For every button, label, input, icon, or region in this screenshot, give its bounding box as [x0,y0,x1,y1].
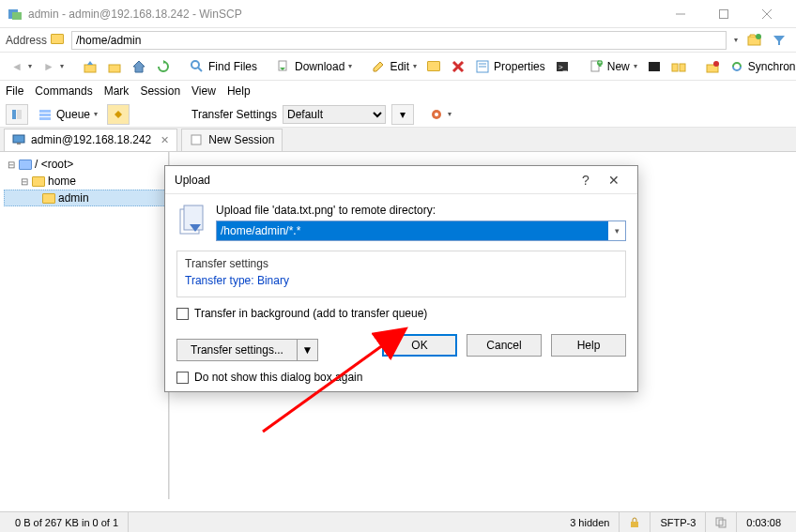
status-copy-icon [706,512,737,532]
new-session-tab[interactable]: New Session [181,129,283,151]
dont-show-row[interactable]: Do not show this dialog box again [176,371,626,384]
compare-button[interactable] [667,55,690,78]
transfer-settings-label: Transfer Settings [191,108,277,121]
svg-rect-35 [13,135,24,143]
combo-dropdown-icon[interactable]: ▾ [608,226,625,236]
address-dropdown[interactable]: ▾ [730,29,742,52]
refresh-button[interactable] [152,55,175,78]
dialog-close-icon[interactable]: ✕ [600,173,628,188]
help-button[interactable]: Help [551,334,626,357]
tree-home-label: home [48,175,76,188]
synchronize-button[interactable]: Synchronize [726,55,796,78]
menu-file[interactable]: File [6,84,23,98]
svg-line-11 [198,68,202,71]
properties-label: Properties [494,60,545,73]
svg-rect-25 [680,64,685,71]
tree-home[interactable]: ⊟ home [2,173,166,190]
main-toolbar: ◄▾ ►▾ Find Files Download▾ Edit▾ Propert… [0,53,796,81]
delete-button[interactable] [447,55,469,78]
preferences-button[interactable]: ▾ [425,103,455,126]
app-icon [8,7,23,22]
download-button[interactable]: Download▾ [272,55,356,78]
close-tab-icon[interactable]: ✕ [161,134,169,146]
transfer-settings-dropdown[interactable]: ▼ [298,339,318,361]
minimize-button[interactable] [659,0,702,28]
menu-commands[interactable]: Commands [35,84,92,98]
svg-point-27 [713,61,719,67]
toggle-tree-button[interactable] [6,104,28,125]
session-tab-active[interactable]: admin@192.168.18.242 ✕ [4,129,177,151]
dialog-titlebar: Upload ? ✕ [165,166,637,194]
dont-show-label: Do not show this dialog box again [194,371,362,384]
close-button[interactable] [745,0,788,28]
remote-tree[interactable]: ⊟ / <root> ⊟ home admin [0,152,169,499]
svg-rect-37 [191,135,201,144]
back-button[interactable]: ◄▾ [6,55,36,78]
find-files-button[interactable]: Find Files [186,55,261,78]
addressbar: Address /home/admin ▾ [0,28,796,53]
svg-rect-29 [17,110,22,119]
background-checkbox-row[interactable]: Transfer in background (add to transfer … [176,307,626,320]
properties-button[interactable]: Properties [471,55,549,78]
remote-path-value: /home/admin/*.* [217,221,608,240]
menu-view[interactable]: View [191,84,216,98]
tree-admin[interactable]: admin [4,190,166,206]
svg-point-7 [756,34,761,39]
svg-point-34 [435,113,438,116]
svg-point-10 [191,61,199,68]
transfer-settings-menu[interactable]: ▾ [391,104,414,125]
folder-icon [42,193,55,204]
transfer-mode-button[interactable] [107,104,130,125]
svg-rect-32 [39,117,51,120]
root-dir-button[interactable] [103,55,126,78]
console-button[interactable] [643,55,666,78]
folder-icon [51,34,64,47]
parent-dir-button[interactable] [79,55,101,78]
status-time: 0:03:08 [737,512,790,532]
svg-rect-1 [12,12,22,20]
sync-dirs-button[interactable] [701,55,724,78]
svg-rect-8 [84,65,96,72]
upload-icon [176,204,207,241]
menu-mark[interactable]: Mark [104,84,130,98]
window-title: admin - admin@192.168.18.242 - WinSCP [28,8,659,21]
ok-button[interactable]: OK [382,334,457,357]
menu-help[interactable]: Help [227,84,251,98]
cancel-button[interactable]: Cancel [467,334,542,357]
transfer-settings-box: Transfer settings Transfer type: Binary [176,251,626,297]
edit-button[interactable]: Edit▾ [367,55,421,78]
address-input[interactable]: /home/admin [71,31,727,50]
svg-rect-9 [109,65,120,72]
new-session-icon [190,133,203,146]
queue-toolbar: Queue▾ Transfer Settings Default ▾ ▾ [0,101,796,128]
new-button[interactable]: +New▾ [585,55,641,78]
new-session-label: New Session [208,133,274,146]
terminal-button[interactable]: >_ [551,55,574,78]
maximize-button[interactable] [702,0,745,28]
remote-path-combo[interactable]: /home/admin/*.* ▾ [216,220,626,241]
transfer-settings-button[interactable]: Transfer settings... [176,339,298,361]
edit-label: Edit [390,60,409,73]
tree-root[interactable]: ⊟ / <root> [2,156,166,173]
background-checkbox[interactable] [176,308,189,320]
queue-label: Queue [56,108,90,121]
address-label: Address [6,34,47,47]
svg-rect-41 [631,522,638,527]
queue-button[interactable]: Queue▾ [34,103,101,126]
transfer-settings-select[interactable]: Default [283,105,386,124]
transfer-settings-value: Transfer type: Binary [185,274,618,287]
folder-icon [32,176,45,187]
menu-session[interactable]: Session [140,84,180,98]
dont-show-checkbox[interactable] [176,372,189,384]
svg-rect-30 [39,110,51,113]
svg-rect-24 [672,64,678,71]
open-folder-button[interactable] [743,29,766,52]
home-button[interactable] [128,55,150,78]
copy-button[interactable] [422,55,445,78]
svg-rect-31 [39,114,51,116]
find-files-label: Find Files [208,60,257,73]
dialog-help-icon[interactable]: ? [572,173,600,188]
forward-button[interactable]: ►▾ [38,55,68,78]
filter-button[interactable] [768,29,790,52]
svg-rect-36 [17,143,21,144]
